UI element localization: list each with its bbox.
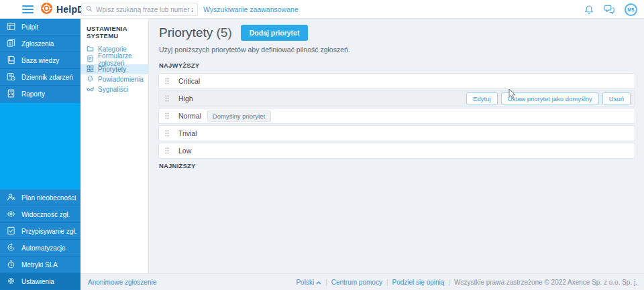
helpdesk-logo-icon bbox=[41, 3, 52, 15]
sidebar-item-label: Baza wiedzy bbox=[21, 57, 59, 64]
sidebar-item-pulpit[interactable]: Pulpit bbox=[0, 19, 80, 35]
notifications-bell-icon[interactable] bbox=[584, 5, 594, 15]
priority-count: (5) bbox=[217, 25, 232, 40]
sidebar-item-plan-nieobecnosci[interactable]: Plan nieobecności bbox=[0, 190, 80, 206]
drag-handle-icon[interactable] bbox=[165, 130, 169, 137]
event-log-icon bbox=[7, 72, 15, 82]
drag-handle-icon[interactable] bbox=[165, 78, 169, 84]
copyright-text: Wszystkie prawa zastrzeżone © 2022 Axenc… bbox=[454, 279, 637, 286]
sidebar-item-baza-wiedzy[interactable]: Baza wiedzy bbox=[0, 52, 80, 69]
subnav-item-label: Priorytety bbox=[98, 66, 126, 73]
sidebar-item-raporty[interactable]: Raporty bbox=[0, 86, 80, 102]
settings-subnav: USTAWIENIA SYSTEMU Kategorie Formularze … bbox=[80, 19, 149, 273]
priority-row-normal[interactable]: Normal Domyślny priorytet bbox=[159, 108, 635, 123]
sla-stopwatch-icon bbox=[7, 260, 15, 270]
feedback-link[interactable]: Podziel się opinią bbox=[392, 279, 445, 286]
tickets-icon bbox=[7, 39, 15, 49]
priority-list: Critical High Edytuj Ustaw priorytet jak… bbox=[159, 74, 635, 158]
sidebar-item-label: Widoczność zgł. bbox=[21, 211, 70, 218]
sidebar-item-label: Pulpit bbox=[21, 23, 38, 31]
language-selector[interactable]: Polski bbox=[296, 279, 321, 286]
priority-name: Low bbox=[178, 147, 191, 155]
subnav-item-label: Sygnaliści bbox=[98, 86, 128, 93]
knowledge-book-icon bbox=[7, 56, 15, 66]
sidebar-item-label: Metryki SLA bbox=[21, 261, 58, 269]
page-title: Priorytety (5) bbox=[159, 25, 232, 40]
topbar: HelpDesk Wyszukiwanie zaawansowane MS bbox=[0, 0, 644, 19]
visibility-eye-icon bbox=[7, 210, 15, 220]
subnav-header: USTAWIENIA SYSTEMU bbox=[80, 19, 148, 44]
sidebar-item-widocznosc-zgl[interactable]: Widoczność zgł. bbox=[0, 206, 80, 223]
priority-row-low[interactable]: Low bbox=[159, 143, 635, 158]
user-avatar[interactable]: MS bbox=[625, 3, 637, 16]
subnav-item-formularze-zgloszen[interactable]: Formularze zgłoszeń bbox=[80, 54, 148, 64]
dashboard-icon bbox=[7, 22, 15, 32]
delete-priority-button[interactable]: Usuń bbox=[602, 92, 631, 105]
sidebar-item-ustawienia[interactable]: Ustawienia bbox=[0, 273, 80, 290]
hamburger-menu-icon[interactable] bbox=[22, 5, 34, 13]
subnav-item-label: Formularze zgłoszeń bbox=[98, 52, 148, 67]
anonymous-ticket-link[interactable]: Anonimowe zgłoszenie bbox=[88, 279, 156, 286]
help-center-link[interactable]: Centrum pomocy bbox=[331, 279, 382, 286]
page-description: Użyj poniższych priorytetów aby definiow… bbox=[159, 46, 635, 54]
search-icon bbox=[86, 5, 93, 13]
sidebar-item-label: Dziennik zdarzeń bbox=[21, 74, 73, 81]
footer: Anonimowe zgłoszenie Polski | Centrum po… bbox=[80, 273, 644, 290]
main-content: Priorytety (5) Dodaj priorytet Użyj poni… bbox=[149, 19, 644, 273]
drag-handle-icon[interactable] bbox=[165, 113, 169, 119]
lowest-label: NAJNIŻSZY bbox=[159, 162, 635, 169]
advanced-search-link[interactable]: Wyszukiwanie zaawansowane bbox=[203, 0, 299, 19]
priorities-icon bbox=[87, 65, 94, 74]
set-default-priority-button[interactable]: Ustaw priorytet jako domyślny bbox=[501, 92, 599, 105]
drag-handle-icon[interactable] bbox=[165, 95, 169, 102]
sidebar-item-zgloszenia[interactable]: Zgłoszenia bbox=[0, 35, 80, 52]
chevron-up-icon bbox=[316, 279, 321, 286]
drag-handle-icon[interactable] bbox=[165, 147, 169, 154]
priority-name: Normal bbox=[178, 112, 201, 120]
sidebar-item-label: Automatyzacje bbox=[21, 244, 66, 252]
subnav-item-powiadomienia[interactable]: Powiadomienia bbox=[80, 74, 148, 84]
highest-label: NAJWYŻSZY bbox=[159, 62, 635, 69]
whistleblower-glasses-icon bbox=[87, 85, 94, 94]
assignment-check-icon bbox=[7, 226, 15, 236]
search-input[interactable] bbox=[96, 6, 193, 13]
edit-priority-button[interactable]: Edytuj bbox=[466, 92, 497, 105]
folder-icon bbox=[87, 45, 94, 54]
sidebar-item-label: Raporty bbox=[21, 90, 45, 98]
add-priority-button[interactable]: Dodaj priorytet bbox=[241, 25, 309, 41]
priority-name: Critical bbox=[178, 77, 200, 85]
sidebar-item-metryki-sla[interactable]: Metryki SLA bbox=[0, 257, 80, 273]
sidebar-item-label: Ustawienia bbox=[21, 278, 54, 285]
bell-icon bbox=[87, 75, 94, 84]
automation-icon bbox=[7, 243, 15, 253]
sidebar-item-przypisywanie-zgl[interactable]: Przypisywanie zgł. bbox=[0, 223, 80, 240]
sidebar-item-dziennik-zdarzen[interactable]: Dziennik zdarzeń bbox=[0, 69, 80, 86]
sidebar-item-label: Przypisywanie zgł. bbox=[21, 228, 76, 235]
sidebar-item-label: Zgłoszenia bbox=[21, 40, 54, 48]
chat-messages-icon[interactable] bbox=[604, 5, 614, 14]
sidebar-item-automatyzacje[interactable]: Automatyzacje bbox=[0, 240, 80, 257]
priority-row-high[interactable]: High Edytuj Ustaw priorytet jako domyśln… bbox=[159, 91, 635, 106]
priority-name: Trivial bbox=[178, 129, 197, 137]
reports-icon bbox=[7, 89, 15, 99]
main-sidebar: Pulpit Zgłoszenia Baza wiedzy Dziennik z… bbox=[0, 19, 80, 290]
priority-row-critical[interactable]: Critical bbox=[159, 74, 635, 88]
sidebar-item-label: Plan nieobecności bbox=[21, 194, 76, 202]
form-document-icon bbox=[87, 55, 94, 64]
default-priority-badge: Domyślny priorytet bbox=[207, 111, 271, 122]
subnav-item-label: Powiadomienia bbox=[98, 76, 144, 83]
priority-row-trivial[interactable]: Trivial bbox=[159, 126, 635, 141]
priority-name: High bbox=[178, 94, 193, 102]
search-box[interactable] bbox=[81, 3, 198, 16]
absence-person-icon bbox=[7, 193, 15, 203]
settings-gear-icon bbox=[7, 277, 15, 287]
subnav-item-sygnalisci[interactable]: Sygnaliści bbox=[80, 84, 148, 94]
